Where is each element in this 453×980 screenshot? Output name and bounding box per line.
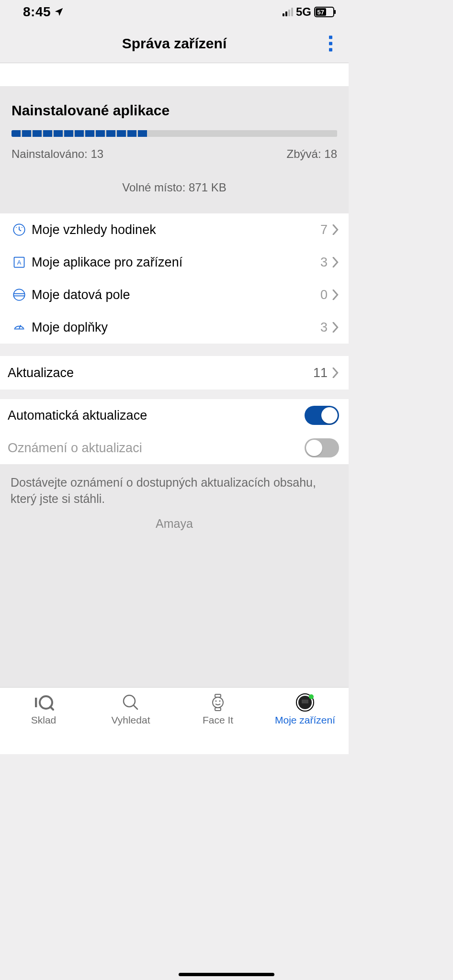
row-count: 3 (320, 255, 328, 270)
row-label: Moje aplikace pro zařízení (32, 255, 320, 270)
chevron-right-icon (332, 224, 339, 235)
more-menu-button[interactable] (325, 32, 336, 55)
note-subtext: Amaya (11, 517, 338, 531)
installed-apps-title: Nainstalované aplikace (11, 102, 337, 119)
tab-face-it[interactable]: Face It (174, 688, 261, 754)
installed-count-label: Nainstalováno: 13 (11, 147, 103, 161)
row-auto-update: Automatická aktualizace (0, 399, 349, 432)
tab-search[interactable]: Vyhledat (87, 688, 174, 754)
tab-bar: I Sklad Vyhledat Face It Moje zařízení (0, 687, 349, 754)
battery-level: 57 (316, 8, 326, 16)
battery-icon: 57 (314, 7, 334, 17)
category-list: Moje vzhledy hodinek 7 A Moje aplikace p… (0, 213, 349, 344)
network-type: 5G (296, 5, 311, 19)
row-label: Moje datová pole (32, 288, 320, 302)
chevron-right-icon (332, 322, 339, 333)
auto-update-toggle[interactable] (305, 406, 339, 425)
row-widgets[interactable]: Moje doplňky 3 (0, 311, 349, 344)
note-text: Dostávejte oznámení o dostupných aktuali… (11, 475, 338, 507)
tab-label: Moje zařízení (275, 714, 335, 726)
face-it-icon (208, 692, 227, 713)
svg-point-17 (213, 697, 223, 708)
watch-device-icon (295, 692, 315, 713)
svg-text:A: A (17, 259, 22, 266)
svg-text:I: I (34, 694, 38, 710)
updates-count: 11 (313, 366, 328, 380)
storage-progress (11, 130, 337, 137)
page-title: Správa zařízení (122, 35, 226, 52)
watch-face-icon (7, 223, 32, 236)
svg-point-5 (13, 289, 24, 300)
status-bar: 8:45 5G 57 (0, 0, 349, 24)
tab-label: Vyhledat (112, 714, 150, 726)
row-label: Moje doplňky (32, 320, 320, 335)
row-device-apps[interactable]: A Moje aplikace pro zařízení 3 (0, 246, 349, 278)
row-label: Moje vzhledy hodinek (32, 223, 320, 237)
row-data-fields[interactable]: Moje datová pole 0 (0, 278, 349, 311)
update-notification-label: Oznámení o aktualizaci (8, 441, 305, 456)
svg-point-1 (16, 227, 17, 228)
location-icon (54, 7, 64, 17)
svg-point-18 (215, 701, 217, 702)
tab-store[interactable]: I Sklad (0, 688, 87, 754)
row-count: 7 (320, 223, 328, 237)
row-update-notification: Oznámení o aktualizaci (0, 432, 349, 464)
tab-my-device[interactable]: Moje zařízení (261, 688, 349, 754)
status-time: 8:45 (23, 4, 51, 20)
tab-label: Face It (203, 714, 233, 726)
row-count: 3 (320, 320, 328, 335)
chevron-right-icon (332, 290, 339, 300)
installed-apps-card: Nainstalované aplikace Nainstalováno: 13… (0, 86, 349, 213)
chevron-right-icon (332, 257, 339, 267)
nav-header: Správa zařízení (0, 24, 349, 63)
data-fields-icon (7, 288, 32, 301)
widgets-icon (7, 321, 32, 334)
previous-content-peek (0, 63, 349, 86)
remaining-count-label: Zbývá: 18 (287, 147, 337, 161)
row-updates[interactable]: Aktualizace 11 (0, 356, 349, 390)
search-icon (121, 692, 140, 713)
svg-line-12 (50, 707, 53, 710)
updates-label: Aktualizace (8, 366, 313, 380)
row-count: 0 (320, 288, 328, 302)
store-icon: I (33, 692, 54, 713)
update-notification-toggle[interactable] (305, 438, 339, 457)
svg-point-2 (22, 227, 23, 228)
row-watch-faces[interactable]: Moje vzhledy hodinek 7 (0, 213, 349, 246)
auto-update-label: Automatická aktualizace (8, 408, 305, 423)
update-notification-note: Dostávejte oznámení o dostupných aktuali… (0, 464, 349, 535)
free-space-label: Volné místo: 871 KB (11, 181, 337, 194)
device-apps-icon: A (7, 256, 32, 269)
svg-point-19 (219, 701, 221, 702)
svg-point-23 (309, 694, 314, 699)
tab-label: Sklad (31, 714, 57, 726)
svg-rect-22 (302, 700, 308, 703)
signal-icon (283, 8, 293, 16)
svg-line-14 (134, 705, 137, 709)
chevron-right-icon (332, 368, 339, 378)
